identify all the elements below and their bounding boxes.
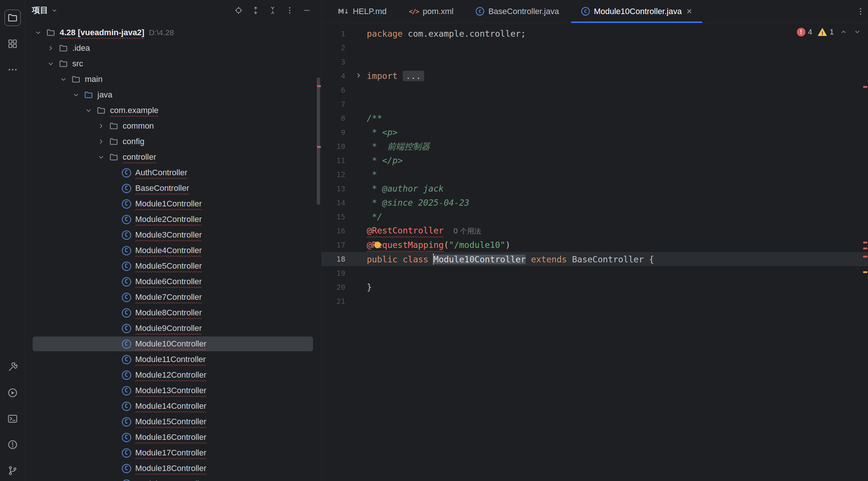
- chevron-right-icon[interactable]: [95, 122, 107, 130]
- next-problem-icon[interactable]: [853, 28, 861, 36]
- tree-item-module3controller[interactable]: CModule3Controller: [25, 227, 321, 243]
- editor-gutter[interactable]: 12: [322, 170, 367, 179]
- error-stripe-mark[interactable]: [863, 242, 867, 243]
- tree-item-basecontroller[interactable]: CBaseController: [25, 180, 321, 196]
- error-stripe-mark[interactable]: [863, 256, 867, 258]
- code-line-4[interactable]: 4›import ...: [322, 69, 868, 83]
- tree-item-module16controller[interactable]: CModule16Controller: [25, 429, 321, 445]
- tree-item-module15controller[interactable]: CModule15Controller: [25, 414, 321, 429]
- error-stripe-mark[interactable]: [863, 248, 867, 249]
- warning-count[interactable]: ! 1: [818, 27, 834, 36]
- code-line-7[interactable]: 7: [322, 97, 868, 111]
- tree-item-module14controller[interactable]: CModule14Controller: [25, 398, 321, 414]
- code-line-18[interactable]: 18public class Module10Controller extend…: [322, 252, 868, 266]
- editor-gutter[interactable]: 15: [322, 212, 367, 221]
- folded-region[interactable]: ...: [403, 71, 424, 81]
- tool-window-button-more-tool-windows[interactable]: [4, 62, 21, 78]
- code-line-10[interactable]: 10 * 前端控制器: [322, 139, 868, 153]
- locate-opened-file-icon[interactable]: [234, 6, 243, 15]
- project-view-mode-dropdown[interactable]: 项目: [32, 5, 58, 16]
- chevron-down-icon[interactable]: [32, 29, 44, 37]
- tree-item-module7controller[interactable]: CModule7Controller: [25, 289, 321, 305]
- editor-gutter[interactable]: 21: [322, 297, 367, 306]
- tree-item-idea[interactable]: .idea: [25, 40, 321, 56]
- warning-stripe-mark[interactable]: [863, 271, 867, 273]
- code-line-8[interactable]: 8/**: [322, 111, 868, 125]
- tree-item-module18controller[interactable]: CModule18Controller: [25, 461, 321, 476]
- previous-problem-icon[interactable]: [839, 28, 848, 36]
- code-line-21[interactable]: 21: [322, 294, 868, 308]
- tool-window-button-run[interactable]: [4, 385, 21, 401]
- tree-item-module9controller[interactable]: CModule9Controller: [25, 321, 321, 336]
- chevron-right-icon[interactable]: [95, 137, 107, 146]
- code-editor[interactable]: 1package com.example.controller;234›impo…: [322, 23, 868, 481]
- editor-gutter[interactable]: 4›: [322, 72, 367, 80]
- chevron-right-icon[interactable]: [44, 44, 57, 52]
- collapse-all-icon[interactable]: [268, 6, 277, 15]
- tree-item-module4controller[interactable]: CModule4Controller: [25, 243, 321, 258]
- editor-gutter[interactable]: 18: [322, 255, 367, 263]
- code-line-2[interactable]: 2: [322, 41, 868, 55]
- tree-item-4-28-vueadmin-java2[interactable]: 4.28 [vueadmin-java2]D:\4.28: [25, 25, 321, 40]
- chevron-down-icon[interactable]: [70, 91, 82, 99]
- tree-item-config[interactable]: config: [25, 134, 321, 149]
- editor-gutter[interactable]: 8: [322, 114, 367, 123]
- code-line-9[interactable]: 9 * <p>: [322, 125, 868, 139]
- code-line-1[interactable]: 1package com.example.controller;: [322, 27, 868, 41]
- code-line-19[interactable]: 19: [322, 266, 868, 280]
- chevron-down-icon[interactable]: [57, 75, 70, 83]
- code-line-13[interactable]: 13 * @author jack: [322, 182, 868, 196]
- tree-item-module11controller[interactable]: CModule11Controller: [25, 352, 321, 367]
- tree-item-authcontroller[interactable]: CAuthController: [25, 165, 321, 180]
- more-options-icon[interactable]: [285, 6, 295, 15]
- editor-gutter[interactable]: 17: [322, 240, 367, 249]
- tree-item-module12controller[interactable]: CModule12Controller: [25, 367, 321, 383]
- tool-window-button-version-control[interactable]: [4, 462, 21, 479]
- code-line-12[interactable]: 12 *: [322, 167, 868, 182]
- tree-item-controller[interactable]: controller: [25, 149, 321, 165]
- editor-gutter[interactable]: 20: [322, 283, 367, 292]
- tree-item-module2controller[interactable]: CModule2Controller: [25, 212, 321, 227]
- editor-gutter[interactable]: 14: [322, 198, 367, 207]
- chevron-down-icon[interactable]: [82, 106, 95, 115]
- expand-all-icon[interactable]: [251, 6, 260, 15]
- tree-item-module8controller[interactable]: CModule8Controller: [25, 305, 321, 321]
- tool-window-button-problems[interactable]: [4, 437, 21, 453]
- chevron-down-icon[interactable]: [44, 60, 57, 68]
- tree-item-module13controller[interactable]: CModule13Controller: [25, 383, 321, 398]
- tree-item-module6controller[interactable]: CModule6Controller: [25, 274, 321, 289]
- editor-gutter[interactable]: 11: [322, 156, 367, 165]
- tab-pom-xml[interactable]: </>pom.xml: [398, 0, 465, 23]
- code-line-11[interactable]: 11 * </p>: [322, 153, 868, 167]
- tool-window-button-project[interactable]: [4, 10, 21, 26]
- tree-item-module19controller[interactable]: CModule19Controller: [25, 476, 321, 481]
- editor-gutter[interactable]: 13: [322, 184, 367, 193]
- tab-basecontroller-java[interactable]: CBaseController.java: [465, 0, 570, 23]
- tool-window-button-structure[interactable]: [4, 36, 21, 52]
- editor-gutter[interactable]: 1: [322, 29, 367, 38]
- tree-item-common[interactable]: common: [25, 118, 321, 134]
- editor-gutter[interactable]: 6: [322, 86, 367, 94]
- tab-help-md[interactable]: M↓HELP.md: [327, 0, 398, 23]
- tree-item-src[interactable]: src: [25, 56, 321, 72]
- editor-gutter[interactable]: 2: [322, 43, 367, 52]
- tree-item-module17controller[interactable]: CModule17Controller: [25, 445, 321, 461]
- code-line-20[interactable]: 20}: [322, 280, 868, 294]
- editor-gutter[interactable]: 16: [322, 226, 367, 235]
- tree-item-java[interactable]: java: [25, 87, 321, 103]
- editor-gutter[interactable]: 3: [322, 57, 367, 66]
- editor-gutter[interactable]: 7: [322, 100, 367, 109]
- editor-gutter[interactable]: 10: [322, 142, 367, 151]
- close-icon[interactable]: ×: [686, 7, 692, 16]
- hide-panel-icon[interactable]: [302, 6, 312, 15]
- code-line-3[interactable]: 3: [322, 55, 868, 69]
- tree-scrollbar[interactable]: [317, 77, 320, 205]
- error-count[interactable]: ! 4: [797, 27, 812, 36]
- code-line-16[interactable]: 16@RestController0 个用法: [322, 224, 868, 238]
- intention-dot-icon[interactable]: [374, 242, 381, 248]
- editor-gutter[interactable]: 19: [322, 269, 367, 278]
- code-line-15[interactable]: 15 */: [322, 210, 868, 224]
- code-line-14[interactable]: 14 * @since 2025-04-23: [322, 196, 868, 210]
- code-line-6[interactable]: 6: [322, 83, 868, 97]
- tab-list-kebab-icon[interactable]: [856, 0, 865, 23]
